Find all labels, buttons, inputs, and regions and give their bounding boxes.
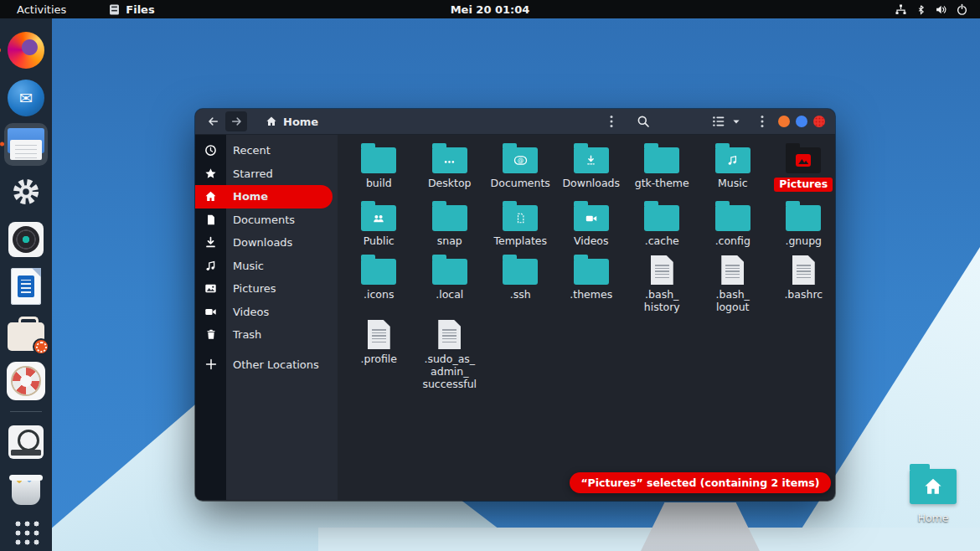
file-label: gtk-theme (635, 178, 689, 190)
file-label: .sudo_as_ admin_ successful (422, 353, 477, 390)
file-label: build (366, 178, 392, 190)
dock-item-libreoffice-writer[interactable] (3, 263, 49, 310)
minimize-button[interactable] (778, 116, 790, 127)
file-item-downloads[interactable]: Downloads (556, 140, 627, 198)
download-icon (195, 236, 226, 249)
folder-icon (432, 205, 467, 231)
volume-icon[interactable] (935, 3, 947, 16)
folder-public-icon (361, 205, 396, 231)
file-item-desktop[interactable]: Desktop (415, 140, 486, 198)
desktop-home-shortcut[interactable]: Home (908, 469, 958, 524)
text-document-icon (438, 320, 461, 349)
search-button[interactable] (631, 111, 656, 131)
close-button[interactable] (813, 116, 825, 127)
back-arrow-icon (207, 116, 219, 127)
file-label: Music (718, 178, 748, 190)
file-item-bashrc[interactable]: .bashrc (768, 251, 835, 316)
forward-button[interactable] (225, 111, 247, 131)
file-item-public[interactable]: Public (343, 198, 415, 251)
file-label: Videos (574, 235, 609, 248)
file-item-bash-history[interactable]: .bash_ history (627, 251, 698, 316)
show-applications-button[interactable] (3, 512, 49, 550)
file-item-profile[interactable]: .profile (343, 316, 415, 390)
show-applications-icon (13, 518, 39, 545)
file-label-selected: Pictures (774, 178, 833, 192)
file-item-local[interactable]: .local (415, 251, 486, 316)
file-item-config[interactable]: .config (698, 198, 769, 251)
sidebar-item-home[interactable]: Home (195, 185, 333, 209)
svg-text:@: @ (518, 157, 524, 164)
file-item-pictures-selected[interactable]: Pictures (768, 140, 835, 198)
file-item-music[interactable]: Music (698, 140, 769, 198)
home-icon (266, 116, 277, 127)
dock-item-thunderbird[interactable]: ✉ (3, 74, 49, 121)
files-window: Home Recent (195, 109, 835, 501)
file-item-gtk-theme[interactable]: gtk-theme (627, 140, 698, 198)
folder-pictures-selected-icon (786, 147, 821, 173)
sidebar-item-label: Starred (233, 167, 273, 180)
file-label: .bashrc (784, 289, 823, 301)
file-item-snap[interactable]: snap (415, 198, 486, 251)
ubuntu-software-icon (8, 322, 44, 351)
sidebar-item-pictures[interactable]: Pictures (195, 277, 338, 301)
file-item-gnupg[interactable]: .gnupg (768, 198, 835, 251)
sidebar-item-documents[interactable]: Documents (195, 209, 338, 232)
file-item-cache[interactable]: .cache (627, 198, 698, 251)
dock-item-files[interactable] (4, 123, 48, 166)
file-label: snap (437, 235, 462, 248)
file-item-sudo-as-admin-successful[interactable]: .sudo_as_ admin_ successful (415, 316, 486, 390)
file-item-bash-logout[interactable]: .bash_ logout (698, 251, 769, 316)
activities-button[interactable]: Activities (12, 3, 71, 16)
dock-item-disks[interactable] (3, 419, 49, 466)
sidebar-item-starred[interactable]: Starred (195, 162, 338, 186)
dock-item-firefox[interactable] (3, 27, 49, 74)
back-button[interactable] (202, 111, 224, 131)
star-icon (195, 167, 226, 180)
dock-item-rhythmbox[interactable] (3, 215, 49, 262)
plus-icon (195, 358, 226, 370)
thunderbird-icon: ✉ (8, 80, 44, 116)
app-menu[interactable]: Files (108, 3, 154, 16)
bluetooth-icon[interactable] (916, 3, 926, 16)
sidebar-item-other-locations[interactable]: Other Locations (195, 353, 338, 377)
sidebar-item-label: Home (233, 190, 268, 203)
breadcrumb[interactable]: Home (266, 116, 318, 128)
file-item-icons[interactable]: .icons (343, 251, 415, 316)
file-item-build[interactable]: build (343, 140, 415, 198)
file-item-videos[interactable]: Videos (556, 198, 627, 251)
network-icon[interactable] (895, 3, 907, 16)
file-label: Documents (491, 178, 550, 190)
help-lifering-icon (7, 362, 45, 400)
maximize-button[interactable] (796, 116, 807, 127)
file-item-themes[interactable]: .themes (556, 251, 627, 316)
header-bar: Home (195, 109, 835, 135)
window-menu-button[interactable] (755, 111, 770, 131)
top-bar: Activities Files Mei 20 01:04 (0, 0, 980, 18)
dock-item-ubuntu-software[interactable] (3, 310, 49, 357)
chevron-down-icon (732, 118, 740, 125)
music-note-icon (195, 260, 226, 272)
sidebar-item-trash[interactable]: Trash (195, 323, 338, 347)
selection-status-toast: “Pictures” selected (containing 2 items) (570, 472, 830, 493)
path-options-button[interactable] (604, 111, 619, 131)
file-label: .profile (361, 353, 397, 366)
rhythmbox-icon (8, 222, 44, 257)
list-view-icon (712, 115, 725, 128)
wallpaper-monitor-stand (641, 502, 760, 551)
sidebar-item-videos[interactable]: Videos (195, 301, 338, 324)
sidebar-item-downloads[interactable]: Downloads (195, 231, 338, 255)
forward-arrow-icon (230, 116, 243, 127)
text-document-icon (651, 255, 673, 285)
file-label: .ssh (510, 289, 531, 301)
sidebar-item-music[interactable]: Music (195, 255, 338, 278)
view-toggle-button[interactable] (706, 111, 746, 131)
libreoffice-writer-icon (11, 268, 41, 305)
dock-item-settings[interactable] (3, 168, 49, 215)
power-icon[interactable] (956, 3, 968, 16)
sidebar-item-recent[interactable]: Recent (195, 139, 338, 162)
file-item-templates[interactable]: Templates (485, 198, 556, 251)
file-item-ssh[interactable]: .ssh (485, 251, 556, 316)
file-item-documents[interactable]: @ Documents (485, 140, 556, 198)
dock-item-trash[interactable] (3, 466, 49, 512)
dock-item-help[interactable] (3, 357, 49, 404)
